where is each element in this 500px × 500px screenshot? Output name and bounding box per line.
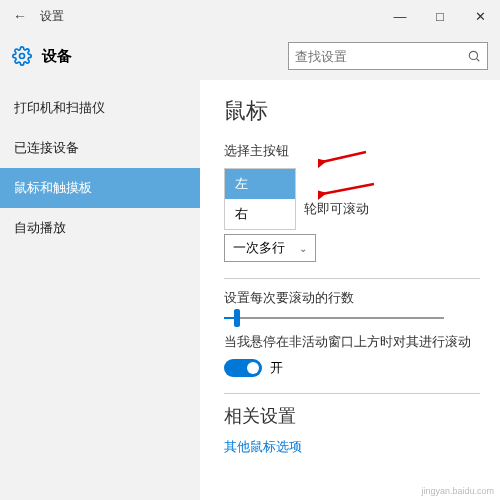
scroll-mode-select[interactable]: 一次多行 ⌄ <box>224 234 316 262</box>
close-button[interactable]: ✕ <box>460 0 500 32</box>
hover-scroll-toggle[interactable] <box>224 359 262 377</box>
hover-toggle-row: 开 <box>224 359 480 377</box>
divider <box>224 278 480 279</box>
page-title: 鼠标 <box>224 96 480 126</box>
back-button[interactable]: ← <box>8 4 32 28</box>
scroll-mode-value: 一次多行 <box>233 239 285 257</box>
chevron-down-icon: ⌄ <box>299 243 307 254</box>
gear-icon <box>12 46 32 66</box>
scroll-suffix-text: 轮即可滚动 <box>304 200 500 218</box>
lines-label: 设置每次要滚动的行数 <box>224 289 480 307</box>
search-input[interactable] <box>295 49 467 64</box>
lines-slider[interactable] <box>224 317 444 319</box>
window-title: 设置 <box>40 8 64 25</box>
sidebar-item-connected[interactable]: 已连接设备 <box>0 128 200 168</box>
content: 打印机和扫描仪 已连接设备 鼠标和触摸板 自动播放 鼠标 选择主按钮 左 右 轮… <box>0 80 500 500</box>
search-box[interactable] <box>288 42 488 70</box>
slider-thumb[interactable] <box>234 309 240 327</box>
svg-line-2 <box>476 58 479 61</box>
toggle-state: 开 <box>270 359 283 377</box>
maximize-button[interactable]: □ <box>420 0 460 32</box>
sidebar: 打印机和扫描仪 已连接设备 鼠标和触摸板 自动播放 <box>0 80 200 500</box>
sidebar-item-autoplay[interactable]: 自动播放 <box>0 208 200 248</box>
svg-point-1 <box>469 51 477 59</box>
watermark: jingyan.baidu.com <box>421 486 494 496</box>
primary-button-label: 选择主按钮 <box>224 142 480 160</box>
primary-button-dropdown[interactable]: 左 右 <box>224 168 296 230</box>
window-controls: — □ ✕ <box>380 0 500 32</box>
header: 设备 <box>0 32 500 80</box>
other-mouse-options-link[interactable]: 其他鼠标选项 <box>224 438 302 456</box>
minimize-button[interactable]: — <box>380 0 420 32</box>
option-left[interactable]: 左 <box>225 169 295 199</box>
search-icon <box>467 49 481 63</box>
hover-scroll-label: 当我悬停在非活动窗口上方时对其进行滚动 <box>224 333 480 351</box>
related-heading: 相关设置 <box>224 404 480 428</box>
svg-point-0 <box>20 54 25 59</box>
main-panel: 鼠标 选择主按钮 左 右 轮即可滚动 一次多行 ⌄ 设置每次要滚动的行数 当我悬… <box>200 80 500 500</box>
sidebar-item-mouse[interactable]: 鼠标和触摸板 <box>0 168 200 208</box>
page-category: 设备 <box>42 47 72 66</box>
toggle-knob <box>247 362 259 374</box>
sidebar-item-printers[interactable]: 打印机和扫描仪 <box>0 88 200 128</box>
option-right[interactable]: 右 <box>225 199 295 229</box>
divider <box>224 393 480 394</box>
titlebar: ← 设置 — □ ✕ <box>0 0 500 32</box>
